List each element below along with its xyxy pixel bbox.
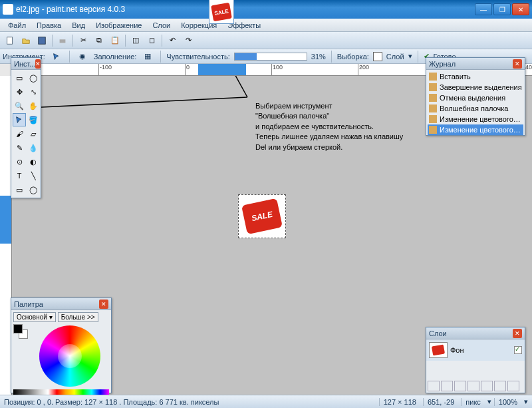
color-wheel[interactable] [39,325,100,387]
palette-panel[interactable]: Палитра✕ Основной ▾ Больше >> [11,298,112,393]
tool-pan[interactable]: ✋ [27,99,40,112]
menu-edit[interactable]: Правка [31,20,66,31]
status-dims: 127 × 118 [379,398,420,406]
svg-rect-1 [39,37,46,44]
layer-add[interactable] [428,381,440,391]
layer-del[interactable] [441,381,453,391]
history-item[interactable]: Вставить [428,71,523,82]
maximize-button[interactable]: ❐ [493,3,511,15]
open-button[interactable] [19,33,33,48]
layer-props[interactable] [507,381,519,391]
undo-button[interactable]: ↶ [165,33,180,48]
window-titlebar: el2.jpg - paint.net версия 4.0.3 — ❐ ✕ [0,0,532,19]
history-panel[interactable]: Журнал✕ Вставить Завершение выделения От… [426,57,525,136]
tool-brush[interactable]: 🖌 [13,127,26,140]
menu-image[interactable]: Изображение [90,20,147,31]
history-item[interactable]: Завершение выделения [428,82,523,93]
close-icon[interactable]: ✕ [513,329,522,338]
close-button[interactable]: ✕ [512,3,529,15]
svg-rect-2 [60,39,66,43]
deselect-button[interactable]: ◻ [144,33,159,48]
selmode-icon[interactable]: ◉ [75,49,90,64]
close-icon[interactable]: ✕ [513,59,522,69]
tool-picker[interactable]: 💧 [27,141,40,154]
statusbar: Позиция: 0 , 0. Размер: 127 × 118 . Площ… [0,395,532,408]
layer-up[interactable] [481,381,493,391]
history-item[interactable]: Изменение цветового диапазона [428,114,523,124]
close-icon[interactable]: ✕ [99,300,108,309]
status-unit[interactable]: пикс [461,398,485,406]
thumbnail-tab[interactable]: SALE [209,0,234,24]
tool-ellipse[interactable]: ◯ [27,183,40,196]
app-icon [3,4,13,15]
tool-text[interactable]: T [13,169,26,182]
selection-label: Выборка: [337,53,369,61]
copy-button[interactable]: ⧉ [92,33,106,48]
window-title: el2.jpg - paint.net версия 4.0.3 [16,5,475,14]
primary-color-btn[interactable]: Основной ▾ [13,312,56,322]
cut-button[interactable]: ✂ [76,33,90,48]
crop-button[interactable]: ◫ [128,33,143,48]
tool-line[interactable]: ╲ [27,169,40,182]
tools-panel[interactable]: Инст...✕ ▭ ◯ ✥ ⤡ 🔍 ✋ 🪣 🖌 ▱ ✎ 💧 ⊙ ◐ T ╲ ▭… [11,57,41,198]
print-button[interactable] [55,33,70,48]
layer-scope[interactable]: Слой [386,53,404,61]
svg-rect-0 [7,37,13,44]
color-swatches[interactable] [13,324,28,339]
active-tool-icon[interactable] [49,49,64,64]
history-item[interactable]: Волшебная палочка [428,103,523,114]
tool-clone[interactable]: ⊙ [13,155,26,168]
layer-merge[interactable] [467,381,479,391]
status-coords: 651, -29 [423,398,458,406]
layers-panel[interactable]: Слои✕ Фон [426,327,525,393]
tool-pencil[interactable]: ✎ [13,141,26,154]
layer-name: Фон [450,346,464,354]
sale-mini: SALE [211,2,232,21]
tool-move[interactable]: ✥ [13,85,26,99]
tool-bucket[interactable]: 🪣 [27,113,40,126]
fillmode-icon[interactable]: ▦ [140,49,155,64]
main-toolbar: ✂ ⧉ 📋 ◫ ◻ ↶ ↷ [0,32,532,49]
redo-button[interactable]: ↷ [181,33,196,48]
save-button[interactable] [35,33,49,48]
menubar: Файл Правка Вид Изображение Слои Коррекц… [0,19,532,32]
tool-recolor[interactable]: ◐ [27,155,40,168]
tool-lasso[interactable]: ◯ [27,71,40,85]
paste-button[interactable]: 📋 [108,33,122,48]
layer-dup[interactable] [454,381,466,391]
fill-label: Заполнение: [94,53,137,61]
sale-image: SALE [244,202,280,231]
selection-swatch[interactable] [373,52,382,61]
menu-view[interactable]: Вид [66,20,90,31]
sensitivity-label: Чувствительность: [166,53,229,61]
close-icon[interactable]: ✕ [35,59,41,69]
tool-move-sel[interactable]: ⤡ [27,85,40,99]
new-button[interactable] [3,33,17,48]
more-btn[interactable]: Больше >> [58,312,98,322]
canvas[interactable]: SALE [238,194,286,238]
layer-thumb [429,342,448,358]
svg-line-4 [28,97,247,108]
layer-down[interactable] [494,381,506,391]
menu-layers[interactable]: Слои [147,20,176,31]
sensitivity-slider[interactable] [234,53,307,61]
history-item[interactable]: Изменение цветового диапазона [428,124,523,135]
layer-visible-checkbox[interactable] [514,346,522,354]
minimize-button[interactable]: — [475,3,492,15]
status-zoom[interactable]: 100% [494,398,521,406]
layer-row[interactable]: Фон [426,339,525,361]
menu-file[interactable]: Файл [3,20,31,31]
svg-line-3 [219,76,247,97]
tool-magic-wand[interactable] [13,113,26,126]
tool-zoom[interactable]: 🔍 [13,99,26,112]
tool-eraser[interactable]: ▱ [27,127,40,140]
history-item[interactable]: Отмена выделения [428,93,523,103]
tool-rect[interactable]: ▭ [13,183,26,196]
tool-rect-select[interactable]: ▭ [13,71,26,85]
status-selection: Позиция: 0 , 0. Размер: 127 × 118 . Площ… [4,398,219,406]
sensitivity-value: 31% [311,53,326,61]
